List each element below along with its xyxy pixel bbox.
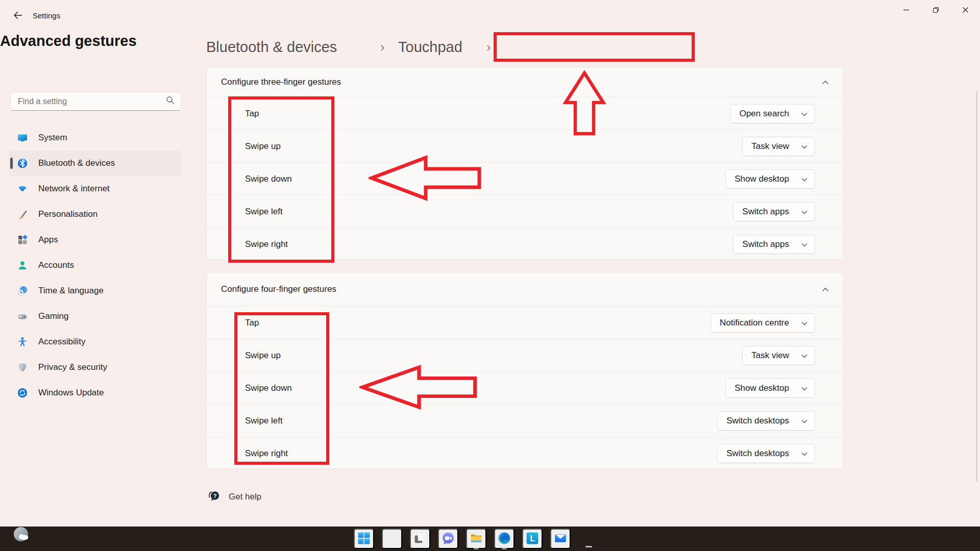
minimize-button[interactable] xyxy=(891,0,921,21)
gesture-action-dropdown[interactable]: Task view xyxy=(742,346,815,365)
chevron-down-icon xyxy=(801,141,807,152)
gesture-action-dropdown[interactable]: Open search xyxy=(730,104,815,123)
taskbar-dash xyxy=(585,546,592,547)
gesture-row-swipe-up: Swipe up Task view xyxy=(207,339,843,371)
sidebar-item-accessibility[interactable]: Accessibility xyxy=(9,329,181,355)
sidebar-item-network-internet[interactable]: Network & internet xyxy=(9,176,181,202)
mail-icon xyxy=(554,532,567,546)
gesture-action-dropdown[interactable]: Task view xyxy=(742,137,815,156)
dropdown-value: Show desktop xyxy=(734,383,789,393)
three-finger-gestures-card: Configure three-finger gestures Tap Open… xyxy=(206,67,844,260)
taskbar-search-button[interactable] xyxy=(382,529,402,549)
dropdown-value: Switch apps xyxy=(742,239,789,249)
breadcrumb-bluetooth-devices[interactable]: Bluetooth & devices xyxy=(206,33,337,61)
dropdown-value: Task view xyxy=(751,350,789,361)
search-input[interactable] xyxy=(18,97,166,106)
l-app-icon: L xyxy=(526,532,539,546)
sidebar-item-bluetooth-devices[interactable]: Bluetooth & devices xyxy=(9,151,181,176)
chevron-down-icon xyxy=(801,350,807,361)
sidebar-item-windows-update[interactable]: Windows Update xyxy=(9,380,181,406)
bluetooth-icon xyxy=(17,158,28,169)
app-title: Settings xyxy=(33,11,60,20)
gesture-action-dropdown[interactable]: Notification centre xyxy=(710,313,815,333)
gesture-row-label: Swipe left xyxy=(245,416,283,426)
gesture-action-dropdown[interactable]: Show desktop xyxy=(725,169,815,189)
sidebar-item-label: Time & language xyxy=(38,286,104,296)
start-icon xyxy=(357,532,371,546)
sidebar-item-label: Windows Update xyxy=(38,388,104,398)
gesture-action-dropdown[interactable]: Switch desktops xyxy=(717,411,815,431)
svg-text:?: ? xyxy=(213,493,217,499)
sidebar-item-gaming[interactable]: Gaming xyxy=(9,304,181,329)
chevron-down-icon xyxy=(801,239,807,249)
gesture-row-label: Swipe right xyxy=(245,448,288,459)
chevron-up-icon[interactable] xyxy=(822,285,829,294)
search-box xyxy=(10,92,181,111)
gesture-row-label: Swipe down xyxy=(245,383,292,393)
taskbar: L xyxy=(0,527,980,551)
time-language-icon xyxy=(17,285,28,296)
dropdown-value: Switch apps xyxy=(742,207,789,217)
chevron-up-icon[interactable] xyxy=(822,78,829,87)
gesture-row-swipe-right: Swipe right Switch apps xyxy=(207,228,843,260)
get-help-link[interactable]: ? Get help xyxy=(207,489,261,505)
chevron-down-icon xyxy=(801,318,807,328)
sidebar-item-accounts[interactable]: Accounts xyxy=(9,253,181,278)
taskbar-icons: L xyxy=(354,529,571,549)
gesture-action-dropdown[interactable]: Show desktop xyxy=(725,379,815,398)
windows-update-icon xyxy=(17,387,28,398)
sidebar-item-label: Accessibility xyxy=(38,337,86,347)
dropdown-value: Switch desktops xyxy=(726,448,789,459)
sidebar-item-label: Accounts xyxy=(38,260,74,270)
back-button[interactable] xyxy=(9,8,27,23)
system-icon xyxy=(17,132,28,143)
gesture-row-label: Swipe left xyxy=(245,207,283,217)
three-finger-card-header[interactable]: Configure three-finger gestures xyxy=(207,67,843,97)
gesture-action-dropdown[interactable]: Switch apps xyxy=(733,235,815,254)
sidebar-item-label: System xyxy=(38,133,67,143)
gesture-row-swipe-left: Swipe left Switch desktops xyxy=(207,404,843,437)
gesture-row-swipe-up: Swipe up Task view xyxy=(207,130,843,162)
four-finger-card-header[interactable]: Configure four-finger gestures xyxy=(207,272,843,306)
window-controls xyxy=(891,0,980,21)
gesture-action-dropdown[interactable]: Switch apps xyxy=(733,202,815,221)
sidebar-item-system[interactable]: System xyxy=(9,125,181,151)
gesture-row-tap: Tap Notification centre xyxy=(207,306,843,339)
page-title: Advanced gestures xyxy=(0,33,137,49)
sidebar-item-time-language[interactable]: Time & language xyxy=(9,278,181,304)
file-explorer-icon xyxy=(470,532,483,546)
task-view-button[interactable] xyxy=(410,529,430,549)
sidebar-item-personalisation[interactable]: Personalisation xyxy=(9,202,181,227)
close-button[interactable] xyxy=(950,0,980,21)
file-explorer-button[interactable] xyxy=(466,529,486,549)
selected-indicator xyxy=(10,158,13,169)
vertical-scrollbar[interactable] xyxy=(976,91,977,482)
sidebar-item-apps[interactable]: Apps xyxy=(9,227,181,253)
gaming-icon xyxy=(17,311,28,322)
four-finger-gestures-card: Configure four-finger gestures Tap Notif… xyxy=(206,272,844,469)
search-icon xyxy=(385,532,399,546)
breadcrumb-touchpad[interactable]: Touchpad xyxy=(398,33,462,61)
gesture-row-label: Swipe down xyxy=(245,174,292,184)
edge-button[interactable] xyxy=(494,529,514,549)
chevron-down-icon xyxy=(801,416,807,426)
chevron-down-icon xyxy=(801,207,807,217)
accounts-icon xyxy=(17,260,28,271)
breadcrumb: Bluetooth & devices › Touchpad › Advance… xyxy=(0,33,980,61)
get-help-label: Get help xyxy=(229,492,261,502)
mail-button[interactable] xyxy=(550,529,571,549)
gesture-action-dropdown[interactable]: Switch desktops xyxy=(717,444,815,463)
l-app-button[interactable]: L xyxy=(522,529,543,549)
dropdown-value: Switch desktops xyxy=(726,416,789,426)
svg-text:L: L xyxy=(530,533,535,542)
dropdown-value: Open search xyxy=(740,109,789,119)
weather-widget[interactable] xyxy=(13,526,31,544)
sidebar-item-privacy-security[interactable]: Privacy & security xyxy=(9,355,181,380)
start-button[interactable] xyxy=(354,529,374,549)
restore-button[interactable] xyxy=(921,0,950,21)
task-view-icon xyxy=(413,532,427,546)
chat-icon xyxy=(442,532,455,546)
privacy-security-icon xyxy=(17,362,28,373)
running-indicator-file-explorer xyxy=(474,548,479,549)
chat-button[interactable] xyxy=(438,529,458,549)
